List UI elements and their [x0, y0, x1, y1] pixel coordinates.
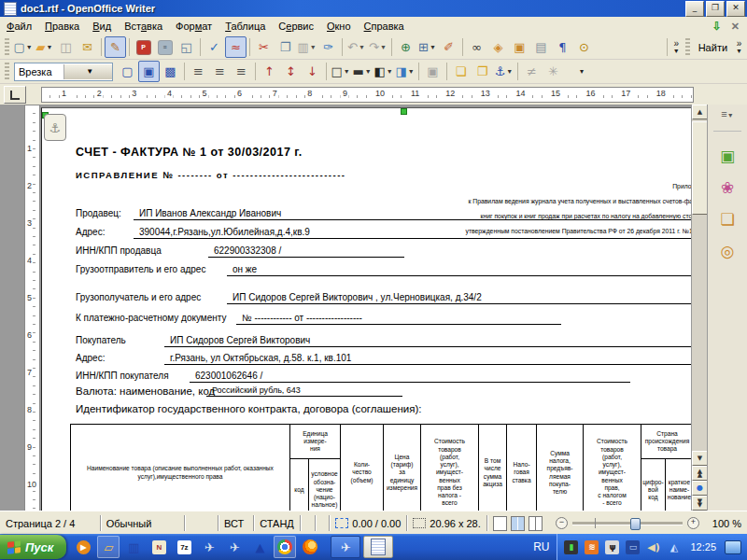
data-sources-icon[interactable]: ▤ [530, 36, 552, 58]
previous-page-icon[interactable]: ▲▲ [692, 466, 708, 481]
minimize-button[interactable]: _ [685, 1, 704, 17]
open-dropdown-icon[interactable]: ▼ [47, 44, 53, 50]
menu-window[interactable]: Окно [320, 19, 358, 34]
format-paintbrush-icon[interactable]: ✑ [317, 36, 339, 58]
cut-icon[interactable]: ✂ [253, 36, 275, 58]
sidebar-menu-icon[interactable]: ≡▼ [708, 108, 747, 119]
border-color-icon[interactable]: ◧▼ [373, 61, 394, 82]
align-center-icon[interactable]: ≡ [209, 61, 231, 82]
sidebar-tab-gallery[interactable]: ❏ [708, 205, 747, 233]
status-insert-mode[interactable]: ВСТ [218, 515, 254, 531]
insert-table-dropdown-icon[interactable]: ▼ [430, 44, 436, 50]
page-preview-icon[interactable]: ◱ [176, 36, 197, 58]
export-pdf-icon[interactable]: P [133, 36, 154, 58]
language-indicator[interactable]: RU [526, 540, 557, 553]
borders-icon[interactable]: □▼ [330, 61, 351, 82]
menu-help[interactable]: Справка [358, 19, 411, 34]
find-replace-icon[interactable]: ∞ [466, 36, 487, 58]
zoom-slider-track[interactable] [572, 522, 683, 525]
quick-launch-chrome-icon[interactable] [274, 536, 296, 558]
title-bar[interactable]: doc1.rtf - OpenOffice Writer _ ❐ ✕ [0, 0, 747, 17]
change-anchor-dropdown-icon[interactable]: ▼ [506, 68, 513, 75]
menu-edit[interactable]: Правка [38, 19, 86, 34]
taskbar-clock[interactable]: 12:25 [686, 541, 720, 553]
menu-insert[interactable]: Вставка [118, 19, 169, 34]
status-zoom-percent[interactable]: 100 % [707, 515, 747, 531]
quick-launch-ftp-client-2-icon[interactable]: ✈ [223, 536, 246, 558]
vertical-ruler[interactable]: 12345678910 [24, 105, 40, 511]
print-icon[interactable]: ≡ [154, 36, 176, 58]
status-object-position[interactable]: 0.00 / 0.00 [330, 515, 407, 531]
navigation-icon[interactable]: ● [692, 481, 708, 496]
single-page-view-icon[interactable] [493, 516, 507, 531]
align-left-icon[interactable]: ≡ [188, 61, 209, 82]
display-settings-icon[interactable] [725, 540, 741, 554]
task-writer-doc-button[interactable] [363, 536, 393, 558]
bring-to-front-icon[interactable]: ❏ [450, 61, 472, 82]
document-page[interactable]: ⚓ СЧЕТ - ФАКТУРА № 1 от 30/03/2017 г. ИС… [41, 107, 692, 511]
toolbar-options-button[interactable]: ▾ [577, 68, 586, 76]
redo-dropdown-icon[interactable]: ▼ [380, 44, 387, 50]
background-fill-dropdown-icon[interactable]: ▼ [408, 68, 415, 75]
draw-functions-icon[interactable]: ✐ [438, 36, 459, 58]
new-document-dropdown-icon[interactable]: ▼ [26, 44, 33, 50]
tray-usb-device-icon[interactable]: ψ [604, 539, 620, 555]
tray-network-status-icon[interactable]: ▮ [563, 539, 579, 555]
background-fill-icon[interactable]: ◨▼ [394, 61, 416, 82]
hyperlink-icon[interactable]: ⊕ [395, 36, 416, 58]
sidebar-tab-styles[interactable]: ❀ [708, 174, 747, 202]
zoom-icon[interactable]: ⊙ [573, 36, 595, 58]
wrap-through-icon[interactable]: ▩ [160, 61, 181, 82]
new-document-icon[interactable]: ▢▼ [12, 36, 34, 58]
tray-java-update-icon[interactable]: ≋ [584, 539, 599, 555]
toolbar-drag-handle[interactable] [5, 63, 9, 81]
border-line-style-dropdown-icon[interactable]: ▼ [365, 68, 372, 75]
wrap-parallel-icon[interactable]: ▣ [138, 61, 160, 82]
frame-anchor-icon[interactable]: ⚓ [44, 114, 66, 141]
change-anchor-icon[interactable]: ⚓▼ [493, 61, 514, 82]
combobox-dropdown-icon[interactable]: ▼ [63, 64, 113, 79]
edit-mode-icon[interactable]: ✎ [105, 36, 126, 58]
quick-launch-media-player-icon[interactable]: ▶ [72, 536, 94, 558]
tray-graphics-tool-icon[interactable]: ◭ [666, 539, 682, 555]
frame-selection-handle[interactable] [401, 108, 407, 115]
quick-launch-explorer-icon[interactable]: ▱ [97, 536, 120, 558]
spellcheck-icon[interactable]: ✓ [204, 36, 225, 58]
menu-file[interactable]: Файл [0, 19, 38, 34]
status-page-number[interactable]: Страница 2 / 4 [0, 515, 101, 531]
toolbar-overflow-button[interactable]: »▼ [670, 40, 683, 55]
next-page-icon[interactable]: ▼▼ [692, 496, 708, 511]
wrap-off-icon[interactable]: ▢ [117, 61, 138, 82]
tray-remote-desktop-icon[interactable]: ▭ [625, 539, 641, 555]
insert-table-icon[interactable]: ⊞▼ [416, 36, 438, 58]
menu-view[interactable]: Вид [86, 19, 118, 34]
frame-style-combobox[interactable]: Врезка ▼ [14, 63, 113, 81]
find-toolbar-drag-handle[interactable] [685, 38, 690, 57]
sidebar-tab-properties[interactable]: ▣ [708, 142, 747, 170]
zoom-out-icon[interactable]: − [556, 517, 568, 529]
auto-spellcheck-icon[interactable]: ≈ [225, 36, 247, 58]
menu-tools[interactable]: Сервис [272, 19, 320, 34]
navigator-icon[interactable]: ◈ [487, 36, 509, 58]
vertical-scrollbar[interactable]: ▲ ▼ ▲▲ ● ▼▼ [691, 105, 708, 511]
status-page-style[interactable]: Обычный [101, 515, 185, 531]
align-vertical-center-icon[interactable]: ↕ [280, 61, 302, 82]
scrollbar-thumb[interactable] [692, 121, 708, 215]
align-right-icon[interactable]: ≡ [231, 61, 252, 82]
restore-button[interactable]: ❐ [706, 1, 725, 17]
task-plane-app-button[interactable]: ✈ [331, 536, 360, 558]
borders-dropdown-icon[interactable]: ▼ [344, 68, 350, 75]
status-selection-mode[interactable]: СТАНД [254, 515, 301, 531]
tray-volume-icon[interactable]: ◀) [645, 539, 661, 555]
menu-format[interactable]: Формат [169, 19, 218, 34]
border-line-style-icon[interactable]: ▬▼ [351, 61, 373, 82]
quick-launch-firefox-icon[interactable] [299, 536, 321, 558]
close-document-icon[interactable]: ✕ [731, 21, 740, 33]
zoom-slider-thumb[interactable] [630, 518, 641, 530]
quick-launch-ftp-client-1-icon[interactable]: ✈ [198, 536, 220, 558]
align-top-icon[interactable]: ↑ [259, 61, 280, 82]
horizontal-ruler[interactable]: 123456789101112131415161718 [41, 87, 694, 103]
scroll-down-icon[interactable]: ▼ [692, 451, 708, 466]
copy-icon[interactable]: ❐ [275, 36, 296, 58]
align-bottom-icon[interactable]: ↓ [302, 61, 323, 82]
